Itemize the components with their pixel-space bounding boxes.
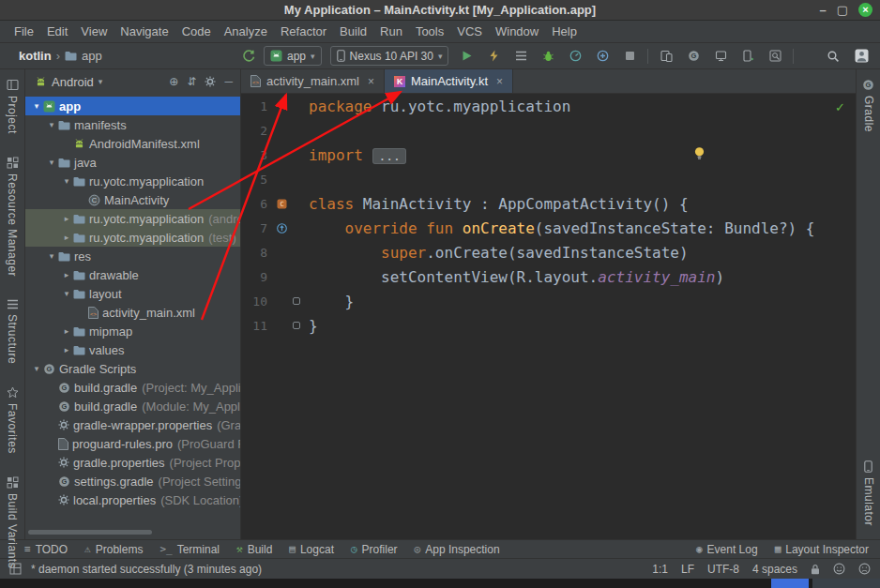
- editor-tab-mainactivity-kt[interactable]: KMainActivity.kt×: [385, 69, 513, 93]
- toolwindow-button-build-variants[interactable]: Build Variants: [6, 476, 19, 568]
- sync-gradle-button[interactable]: G: [684, 47, 703, 66]
- menu-window[interactable]: Window: [489, 23, 545, 40]
- code-text[interactable]: }: [303, 293, 354, 310]
- tree-item-androidmanifest-xml[interactable]: AndroidManifest.xml: [25, 134, 240, 153]
- search-everywhere-button[interactable]: [824, 47, 842, 66]
- code-text[interactable]: }: [303, 317, 318, 335]
- breadcrumb-leaf[interactable]: app: [82, 49, 102, 63]
- sdk-manager-button[interactable]: [711, 47, 730, 66]
- layout-inspector-button[interactable]: [766, 47, 784, 66]
- tree-item-gradle-scripts[interactable]: ▾GGradle Scripts: [25, 359, 240, 378]
- tree-item-values[interactable]: ▸values: [25, 340, 240, 359]
- tree-item-build-gradle[interactable]: Gbuild.gradle(Project: My_Application): [25, 378, 240, 397]
- toolwindow-button-resource-manager[interactable]: Resource Manager: [6, 157, 19, 277]
- code-text[interactable]: package ru.yotc.myapplication: [303, 98, 570, 115]
- expand-collapse-icon[interactable]: ⇵: [187, 75, 196, 88]
- sync-project-icon[interactable]: [242, 50, 255, 63]
- tool-button-event-log[interactable]: ◉Event Log: [696, 543, 758, 556]
- chevron-down-icon[interactable]: ▾: [61, 176, 72, 186]
- tree-item-app[interactable]: ▾app: [25, 97, 240, 115]
- attach-debugger-button[interactable]: [593, 47, 612, 66]
- file-encoding[interactable]: UTF-8: [707, 563, 739, 576]
- menu-help[interactable]: Help: [545, 23, 584, 40]
- menu-refactor[interactable]: Refactor: [274, 23, 333, 40]
- feedback-smiley-icon[interactable]: [833, 563, 845, 575]
- toolwindow-button-gradle[interactable]: GGradle: [862, 79, 875, 132]
- breadcrumb-module[interactable]: kotlin: [19, 49, 52, 63]
- horizontal-scrollbar[interactable]: [28, 530, 152, 535]
- tree-item-settings-gradle[interactable]: Gsettings.gradle(Project Settings): [25, 472, 240, 490]
- minimize-button[interactable]: –: [819, 4, 826, 16]
- tree-item-ru-yotc-myapplication[interactable]: ▾ru.yotc.myapplication: [25, 172, 240, 190]
- toolwindow-switcher-icon[interactable]: [9, 563, 22, 575]
- chevron-down-icon[interactable]: ▾: [46, 120, 57, 129]
- device-select[interactable]: Nexus 10 API 30▾: [330, 46, 449, 66]
- tree-item-activity-main-xml[interactable]: <>activity_main.xml: [25, 303, 240, 322]
- locate-file-icon[interactable]: ⊕: [169, 75, 178, 88]
- maximize-button[interactable]: ▢: [837, 4, 848, 16]
- menu-vcs[interactable]: VCS: [450, 23, 489, 40]
- tree-item-ru-yotc-myapplication[interactable]: ▸ru.yotc.myapplication(androidTest): [25, 209, 240, 228]
- fold-marker-icon[interactable]: [293, 297, 300, 305]
- chevron-right-icon[interactable]: ▸: [61, 270, 72, 279]
- chevron-right-icon[interactable]: ▸: [61, 345, 72, 354]
- tree-item-mipmap[interactable]: ▸mipmap: [25, 322, 240, 340]
- menu-analyze[interactable]: Analyze: [218, 23, 274, 40]
- run-configurations-button[interactable]: [511, 47, 530, 66]
- settings-gear-icon[interactable]: [205, 76, 216, 87]
- caret-position[interactable]: 1:1: [652, 563, 668, 576]
- apply-changes-button[interactable]: [484, 47, 503, 66]
- readonly-lock-icon[interactable]: [811, 564, 820, 575]
- chevron-down-icon[interactable]: ▾: [46, 158, 57, 167]
- tool-button-problems[interactable]: ⚠Problems: [84, 543, 143, 556]
- menu-file[interactable]: File: [8, 23, 40, 40]
- profile-button[interactable]: [566, 47, 584, 66]
- tree-item-build-gradle[interactable]: Gbuild.gradle(Module: My_Application.app…: [25, 397, 240, 415]
- chevron-right-icon[interactable]: ▸: [61, 233, 72, 242]
- intention-bulb-icon[interactable]: [693, 146, 706, 160]
- tree-item-res[interactable]: ▾res: [25, 247, 240, 265]
- close-tab-icon[interactable]: ×: [496, 75, 503, 88]
- chevron-down-icon[interactable]: ▾: [61, 289, 72, 298]
- chevron-right-icon[interactable]: ▸: [61, 326, 72, 336]
- toolwindow-button-favorites[interactable]: Favorites: [6, 386, 19, 454]
- hide-panel-icon[interactable]: ─: [224, 75, 233, 88]
- project-view-selector[interactable]: Android: [52, 75, 94, 89]
- toolwindow-button-project[interactable]: Project: [6, 79, 19, 134]
- line-separator[interactable]: LF: [681, 563, 694, 576]
- close-button[interactable]: ×: [858, 3, 872, 17]
- toolwindow-button-emulator[interactable]: Emulator: [862, 460, 875, 526]
- feedback-frown-icon[interactable]: [858, 563, 871, 575]
- chevron-down-icon[interactable]: ▾: [31, 364, 42, 373]
- class-gutter-icon[interactable]: C: [277, 199, 287, 209]
- tool-button-logcat[interactable]: ▤Logcat: [289, 543, 334, 556]
- profile-avatar[interactable]: [852, 47, 871, 66]
- toolwindow-button-structure[interactable]: Structure: [6, 299, 19, 364]
- tool-button-terminal[interactable]: >_Terminal: [159, 543, 220, 556]
- code-text[interactable]: super.onCreate(savedInstanceState): [303, 244, 689, 262]
- run-config-select[interactable]: app▾: [264, 46, 322, 66]
- code-text[interactable]: setContentView(R.layout.activity_main): [303, 268, 724, 286]
- chevron-right-icon[interactable]: ▸: [61, 214, 72, 223]
- menu-navigate[interactable]: Navigate: [114, 23, 174, 40]
- device-manager-button[interactable]: [657, 47, 675, 66]
- tree-item-manifests[interactable]: ▾manifests: [25, 115, 240, 134]
- indent-setting[interactable]: 4 spaces: [752, 563, 797, 576]
- chevron-down-icon[interactable]: ▾: [46, 251, 57, 261]
- tree-item-gradle-wrapper-properties[interactable]: gradle-wrapper.properties(Gradle Version…: [25, 415, 240, 434]
- override-gutter-icon[interactable]: [277, 223, 287, 234]
- code-editor[interactable]: 1package ru.yotc.myapplication23import .…: [241, 94, 856, 539]
- menu-edit[interactable]: Edit: [40, 23, 74, 40]
- folded-region[interactable]: ...: [372, 148, 405, 164]
- fold-marker-icon[interactable]: [293, 322, 300, 329]
- code-text[interactable]: import ...: [303, 146, 407, 164]
- menu-build[interactable]: Build: [333, 23, 373, 40]
- run-button[interactable]: [457, 47, 476, 66]
- code-text[interactable]: override fun onCreate(savedInstanceState…: [303, 219, 814, 237]
- editor-tab-activity-main-xml[interactable]: <>activity_main.xml×: [241, 69, 385, 93]
- tree-item-layout[interactable]: ▾layout: [25, 284, 240, 303]
- menu-view[interactable]: View: [74, 23, 114, 40]
- tree-item-java[interactable]: ▾java: [25, 153, 240, 172]
- stop-button[interactable]: [620, 47, 639, 66]
- tool-button-app-inspection[interactable]: ◎App Inspection: [415, 543, 500, 556]
